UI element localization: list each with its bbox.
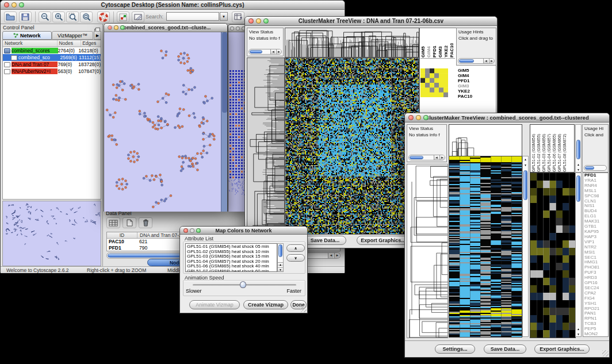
search-dropdown-button[interactable]: ▼ [220,12,228,21]
gene-label[interactable]: KAP95 [584,229,608,235]
row-dendrogram[interactable] [247,58,285,235]
array-column-label[interactable]: GPL51-08 (GSM872) [563,125,567,172]
col-header-network[interactable]: Network [3,40,57,47]
tab-network[interactable]: Network [2,31,52,40]
settings-button[interactable]: Settings... [435,344,475,354]
gene-label[interactable]: MSI1 [584,250,608,255]
vscroll-thumb[interactable] [576,175,580,202]
main-heatmap[interactable] [449,156,522,338]
gene-label[interactable]: RPN1 [584,316,608,321]
vscroll-thumb[interactable] [222,32,227,113]
network-canvas[interactable] [104,32,221,212]
vscroll-thumb[interactable] [576,140,580,159]
minimize-button[interactable] [12,2,17,7]
scroll-up-arrow[interactable]: ▲ [523,158,528,161]
col-header-nodes[interactable]: Nodes [57,40,81,47]
delete-attribute-button[interactable] [139,217,152,228]
main-titlebar[interactable]: Cytoscape Desktop (Session Name: collins… [1,1,345,10]
scroll-left-arrow[interactable]: ◄ [270,49,276,54]
column-dendrogram[interactable] [449,124,522,156]
zoom-column-label[interactable]: YKE2 [443,29,449,58]
gene-label[interactable]: PFD1 [584,173,608,178]
create-vizmap-button[interactable]: Create Vizmap [243,300,288,309]
array-column-label[interactable]: GPL51-04 (GSM857) [547,125,551,172]
main-heatmap-vscroll[interactable]: ▲ ▼ [522,156,529,337]
attribute-list-vscroll[interactable]: ▲ ▼ [277,243,284,272]
zoom-selected-button[interactable] [66,12,79,22]
minimize-button[interactable] [256,18,261,24]
gene-label[interactable]: MON2 [584,332,608,337]
global-heatmap[interactable] [285,58,419,235]
zoom-column-label[interactable]: PFD1 [432,29,437,58]
network-vscrollbar[interactable] [221,32,227,212]
scroll-right-arrow[interactable]: ► [489,59,494,63]
zoom-column-label[interactable]: GIM5 [420,29,426,58]
open-session-button[interactable] [4,12,17,22]
save-session-button[interactable] [19,12,32,22]
attribute-list[interactable]: GPL51-01 (GSM854) heat shock 05 minGPL51… [185,243,277,272]
resize-grip[interactable] [602,350,609,357]
row-dendrogram[interactable] [407,164,448,338]
vscroll-thumb[interactable] [278,244,282,257]
network-table-row[interactable]: DNA and Tran 07 769(0) 183728(0) [3,61,101,68]
close-button[interactable] [4,2,9,7]
column-labels-vscroll[interactable]: ▲ ▼ [575,124,582,173]
scroll-right-arrow[interactable]: ► [439,155,445,160]
import-table-button[interactable] [232,12,244,22]
save-data-button[interactable]: Save Data... [484,344,526,354]
minimize-button[interactable] [416,115,421,120]
array-column-label[interactable]: GPL51-02 (GSM855) [537,125,541,172]
resize-grip[interactable] [300,306,307,312]
close-button[interactable] [108,25,112,30]
gene-label[interactable]: ELG1 [584,214,608,219]
zoom-column-label[interactable]: PAC10 [449,29,454,58]
usage-hints-hscroll[interactable] [584,165,607,171]
zoom-button[interactable] [423,115,429,120]
export-graphics-button[interactable]: Export Graphics... [357,236,410,245]
tab-overflow-button[interactable]: ▶ [94,31,101,40]
gene-label[interactable]: YRA1 [584,178,608,183]
close-button[interactable] [230,26,234,30]
tab-vizmapper[interactable]: VizMapper™ [52,31,93,40]
gene-label[interactable]: SPC98 [584,194,608,199]
gene-label[interactable]: GPI16 [584,281,608,286]
array-column-label[interactable]: GPL51-07 (GSM868) [557,125,561,172]
zoom-gene-label[interactable]: GIM3 [458,84,484,89]
array-column-label[interactable]: GPL51-01 (GSM854) [531,125,536,172]
export-graphics-button[interactable]: Export Graphics... [534,344,590,354]
gene-label[interactable]: YSH1 [584,301,608,306]
network-table-row[interactable]: combined_sco 2569(6) 13112(15) [3,54,101,61]
gene-label[interactable]: BUD4 [584,209,608,214]
zoom-gene-label[interactable]: PAC10 [458,94,484,99]
scroll-up-arrow[interactable]: ▲ [576,163,581,166]
scroll-down-arrow[interactable]: ▼ [278,267,283,271]
array-column-label[interactable]: GPL51-06 (GSM865) [552,125,556,172]
minimize-button[interactable] [236,26,240,30]
zoom-gene-label[interactable]: GIM5 [458,68,484,74]
attribute-list-item[interactable]: GPL51-01 (GSM854) heat shock 05 min [187,244,277,250]
annotation-button[interactable] [132,12,144,22]
show-table-button[interactable] [106,217,120,228]
hscroll-thumb[interactable] [585,166,594,170]
zoom-gene-label[interactable]: PFD1 [458,79,484,84]
move-down-button[interactable]: ∨ [286,254,305,262]
array-column-label[interactable]: GPL51-03 (GSM856) [542,125,546,172]
zoom-fit-button[interactable] [80,12,93,22]
gene-label[interactable]: MAK31 [584,219,608,224]
gene-label[interactable]: SEC1 [584,255,608,260]
move-up-button[interactable]: ∧ [286,244,305,252]
slider-thumb[interactable] [240,281,246,288]
gene-label[interactable]: VIP1 [584,240,608,245]
zoom-button[interactable] [263,18,269,24]
scroll-left-arrow[interactable]: ◄ [483,59,488,63]
gene-label[interactable]: SEC24 [584,286,608,291]
gene-label[interactable]: CPA2 [584,291,608,296]
cluster-heatmap-vscroll[interactable]: ▲ ▼ [575,173,582,337]
zoom-column-label[interactable]: GIM4 [426,29,431,58]
help-button[interactable] [97,12,110,22]
network-table-row[interactable]: RNAPuberNov2+I 563(0) 107847(0) [3,68,101,75]
attribute-list-item[interactable]: GPL51-07 (GSM868) heat shock 60 min [187,269,277,272]
view-status-hscroll[interactable]: ◄ ► [248,49,282,55]
scroll-up-arrow[interactable]: ▲ [576,327,581,331]
animate-vizmap-button[interactable]: Animate Vizmap [189,300,240,309]
